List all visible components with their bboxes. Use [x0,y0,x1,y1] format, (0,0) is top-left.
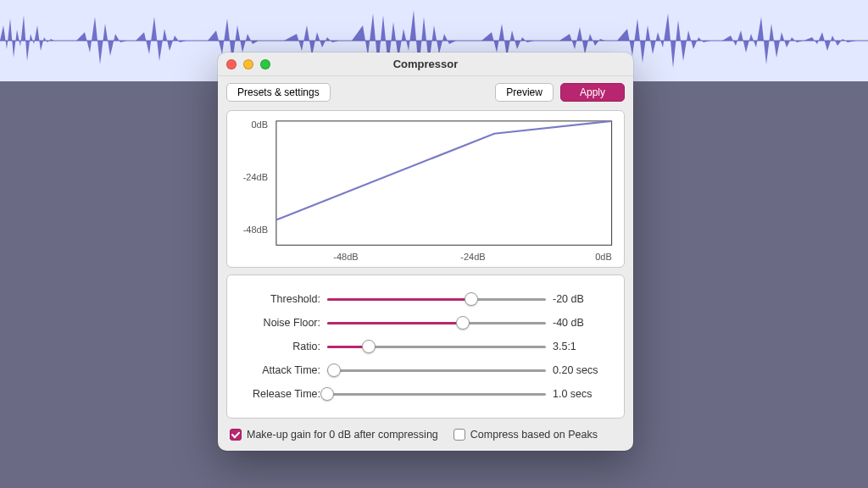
slider-value: -20 dB [553,293,612,305]
makeup-gain-label: Make-up gain for 0 dB after compressing [247,429,438,441]
slider-value: 0.20 secs [553,364,612,376]
slider-label: Noise Floor: [236,317,320,329]
slider-value: -40 dB [553,317,612,329]
slider-row: Ratio:3.5:1 [236,335,612,358]
slider[interactable] [327,363,546,377]
slider-label: Threshold: [236,293,320,305]
apply-button[interactable]: Apply [560,83,625,102]
slider-value: 1.0 secs [553,388,612,400]
slider[interactable] [327,292,546,306]
y-tick-label: -48dB [243,225,268,235]
compression-curve-graph: 0dB -24dB -48dB -48dB -24dB 0dB [226,110,625,268]
checkbox-row: Make-up gain for 0 dB after compressing … [218,425,633,451]
slider-label: Attack Time: [236,364,320,376]
slider[interactable] [327,387,546,401]
x-tick-label: -48dB [333,252,358,262]
slider[interactable] [327,316,546,330]
checkbox-icon [453,429,465,441]
x-tick-label: 0dB [595,252,612,262]
y-tick-label: -24dB [243,172,268,182]
y-tick-label: 0dB [251,119,268,130]
slider-row: Noise Floor:-40 dB [236,311,612,335]
compress-peaks-label: Compress based on Peaks [470,429,598,441]
slider-row: Release Time:1.0 secs [236,382,612,406]
checkbox-icon [230,429,242,441]
minimize-icon[interactable] [243,59,253,69]
slider-label: Release Time: [236,388,320,400]
window-controls [218,59,270,69]
compressor-window: Compressor Presets & settings Preview Ap… [218,53,633,451]
makeup-gain-checkbox[interactable]: Make-up gain for 0 dB after compressing [230,429,438,441]
slider-thumb[interactable] [320,387,334,401]
svg-rect-1 [276,121,612,245]
slider-value: 3.5:1 [553,341,612,352]
zoom-icon[interactable] [260,59,270,69]
close-icon[interactable] [226,59,236,69]
slider-thumb[interactable] [465,292,478,306]
slider[interactable] [327,340,546,353]
presets-settings-button[interactable]: Presets & settings [226,83,331,102]
toolbar: Presets & settings Preview Apply [218,76,633,108]
compress-peaks-checkbox[interactable]: Compress based on Peaks [453,429,598,441]
slider-label: Ratio: [236,341,320,352]
slider-thumb[interactable] [327,363,341,377]
slider-thumb[interactable] [456,316,470,330]
titlebar: Compressor [218,53,633,76]
slider-row: Threshold:-20 dB [236,287,612,311]
slider-row: Attack Time:0.20 secs [236,358,612,382]
window-title: Compressor [218,58,633,70]
x-tick-label: -24dB [460,252,485,262]
slider-thumb[interactable] [362,340,376,353]
preview-button[interactable]: Preview [495,83,554,102]
sliders-panel: Threshold:-20 dBNoise Floor:-40 dBRatio:… [226,274,625,419]
